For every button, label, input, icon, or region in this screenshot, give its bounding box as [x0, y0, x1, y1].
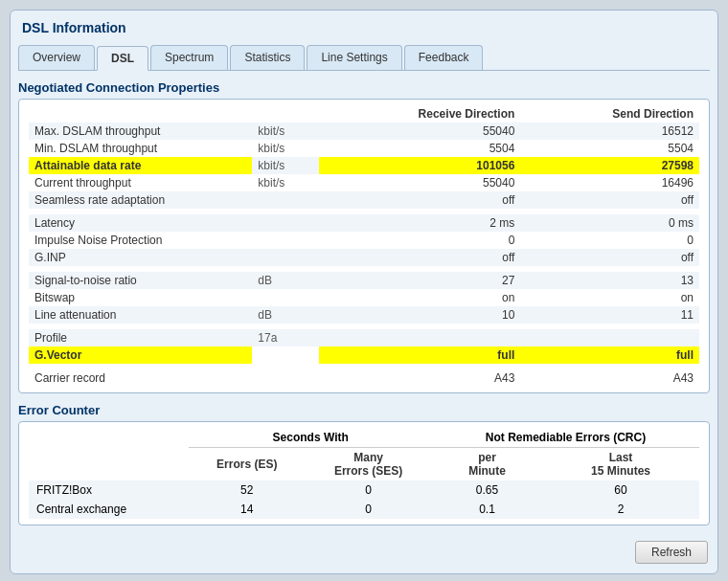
- row-label: Latency: [29, 214, 252, 232]
- row-label: Max. DSLAM throughput: [29, 123, 252, 140]
- error-row-c3: 0.65: [432, 480, 542, 500]
- error-col1: Errors (ES): [189, 448, 305, 481]
- row-label: G.Vector: [29, 346, 252, 364]
- row-recv: on: [319, 289, 520, 306]
- refresh-button[interactable]: Refresh: [635, 541, 708, 564]
- error-group2-header: Not Remediable Errors (CRC): [432, 428, 699, 448]
- recv-header: Receive Direction: [319, 105, 520, 123]
- row-unit: kbit/s: [252, 140, 319, 157]
- table-row: G.Vectorfullfull: [29, 346, 699, 364]
- row-send: on: [520, 289, 699, 306]
- table-row: Current throughputkbit/s5504016496: [29, 174, 699, 191]
- error-col-header-row: Errors (ES) ManyErrors (SES) perMinute L…: [29, 448, 699, 481]
- row-send: full: [520, 346, 699, 364]
- table-header-row: Receive Direction Send Direction: [29, 105, 699, 123]
- row-send: 16496: [520, 174, 699, 191]
- table-row: Latency2 ms0 ms: [29, 214, 699, 232]
- row-unit: [252, 289, 319, 306]
- row-recv: 55040: [319, 123, 520, 140]
- row-label: Signal-to-noise ratio: [29, 272, 252, 289]
- row-recv: 55040: [319, 174, 520, 191]
- row-recv: 5504: [319, 140, 520, 157]
- tab-bar: Overview DSL Spectrum Statistics Line Se…: [18, 45, 710, 71]
- error-table-row: Central exchange 14 0 0.1 2: [29, 500, 699, 519]
- error-col4: Last15 Minutes: [542, 448, 699, 481]
- tab-line-settings[interactable]: Line Settings: [307, 45, 401, 70]
- row-send: 16512: [520, 123, 699, 140]
- negotiated-properties-box: Receive Direction Send Direction Max. DS…: [18, 99, 710, 393]
- row-send: 27598: [520, 157, 699, 174]
- row-unit: kbit/s: [252, 174, 319, 191]
- error-row-c2: 0: [305, 500, 432, 519]
- main-panel: DSL Information Overview DSL Spectrum St…: [10, 10, 718, 574]
- table-row: Signal-to-noise ratiodB2713: [29, 272, 699, 289]
- row-recv: [319, 329, 520, 346]
- table-row: Carrier recordA43A43: [29, 369, 699, 387]
- row-unit: [252, 214, 319, 232]
- tab-statistics[interactable]: Statistics: [230, 45, 305, 70]
- row-label: Profile: [29, 329, 252, 346]
- row-label: Impulse Noise Protection: [29, 232, 252, 249]
- error-row-c2: 0: [305, 480, 432, 500]
- row-unit: kbit/s: [252, 123, 319, 140]
- tab-dsl[interactable]: DSL: [97, 46, 148, 71]
- row-unit: kbit/s: [252, 157, 319, 174]
- negotiated-section-title: Negotiated Connection Properties: [18, 80, 710, 95]
- row-unit: 17a: [252, 329, 319, 346]
- error-section-title: Error Counter: [18, 403, 710, 417]
- row-send: 0: [520, 232, 699, 249]
- row-recv: 27: [319, 272, 520, 289]
- table-row: G.INPoffoff: [29, 249, 699, 266]
- row-unit: [252, 191, 319, 209]
- row-unit: dB: [252, 272, 319, 289]
- row-recv: 2 ms: [319, 214, 520, 232]
- row-recv: 10: [319, 306, 520, 324]
- error-row-c3: 0.1: [432, 500, 542, 519]
- row-unit: [252, 232, 319, 249]
- error-group-header-row: Seconds With Not Remediable Errors (CRC): [29, 428, 699, 448]
- error-col3: perMinute: [432, 448, 542, 481]
- tab-spectrum[interactable]: Spectrum: [150, 45, 228, 70]
- error-row-c4: 2: [542, 500, 699, 519]
- row-recv: A43: [319, 369, 520, 387]
- table-row: Line attenuationdB1011: [29, 306, 699, 324]
- row-unit: [252, 346, 319, 364]
- tab-overview[interactable]: Overview: [18, 45, 95, 70]
- table-row: Min. DSLAM throughputkbit/s55045504: [29, 140, 699, 157]
- send-header: Send Direction: [520, 105, 699, 123]
- row-recv: 0: [319, 232, 520, 249]
- error-row-c1: 14: [189, 500, 305, 519]
- row-unit: dB: [252, 306, 319, 324]
- error-row-label: FRITZ!Box: [29, 480, 189, 500]
- error-table-row: FRITZ!Box 52 0 0.65 60: [29, 480, 699, 500]
- row-send: 5504: [520, 140, 699, 157]
- error-row-c4: 60: [542, 480, 699, 500]
- row-label: Line attenuation: [29, 306, 252, 324]
- error-row-label: Central exchange: [29, 500, 189, 519]
- error-row-c1: 52: [189, 480, 305, 500]
- row-label: Min. DSLAM throughput: [29, 140, 252, 157]
- error-group1-header: Seconds With: [189, 428, 432, 448]
- row-recv: full: [319, 346, 520, 364]
- row-send: A43: [520, 369, 699, 387]
- row-recv: off: [319, 191, 520, 209]
- error-counter-box: Seconds With Not Remediable Errors (CRC)…: [18, 421, 710, 525]
- row-send: 0 ms: [520, 214, 699, 232]
- panel-title: DSL Information: [18, 18, 710, 37]
- row-label: Current throughput: [29, 174, 252, 191]
- tab-feedback[interactable]: Feedback: [404, 45, 484, 70]
- negotiated-table: Receive Direction Send Direction Max. DS…: [29, 105, 699, 387]
- table-row: Impulse Noise Protection00: [29, 232, 699, 249]
- row-label: Carrier record: [29, 369, 252, 387]
- row-unit: [252, 249, 319, 266]
- error-col2: ManyErrors (SES): [305, 448, 432, 481]
- table-row: Bitswaponon: [29, 289, 699, 306]
- row-send: off: [520, 249, 699, 266]
- table-row: Attainable data ratekbit/s10105627598: [29, 157, 699, 174]
- table-row: Max. DSLAM throughputkbit/s5504016512: [29, 123, 699, 140]
- row-send: 13: [520, 272, 699, 289]
- row-label: G.INP: [29, 249, 252, 266]
- error-table: Seconds With Not Remediable Errors (CRC)…: [29, 428, 699, 519]
- table-row: Seamless rate adaptationoffoff: [29, 191, 699, 209]
- table-row: Profile17a: [29, 329, 699, 346]
